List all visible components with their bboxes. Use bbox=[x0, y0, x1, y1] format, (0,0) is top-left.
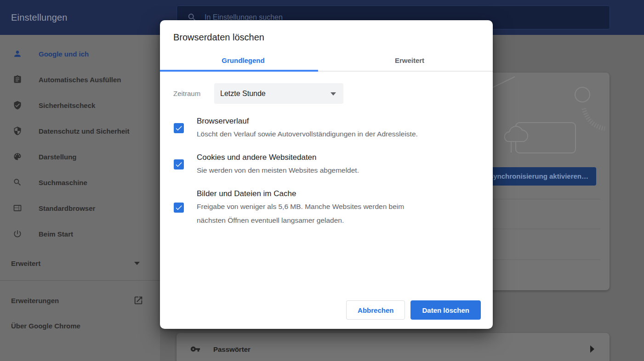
sidebar-item-standardbrowser[interactable]: Standardbrowser bbox=[0, 195, 160, 221]
sidebar-item-beim-start[interactable]: Beim Start bbox=[0, 221, 160, 247]
time-range-value: Letzte Stunde bbox=[220, 83, 266, 104]
browser-icon bbox=[13, 203, 22, 213]
row-cache: Bilder und Dateien im Cache Freigabe von… bbox=[160, 188, 493, 227]
time-range-label: Zeitraum bbox=[173, 90, 214, 97]
sidebar-item-erweiterungen[interactable]: Erweiterungen bbox=[0, 288, 160, 313]
item-title: Bilder und Dateien im Cache bbox=[197, 188, 404, 200]
sidebar-divider bbox=[0, 280, 160, 281]
palette-icon bbox=[13, 152, 22, 161]
open-in-new-icon bbox=[133, 295, 143, 305]
sidebar-item-darstellung[interactable]: Darstellung bbox=[0, 144, 160, 169]
dialog-checkbox-list: Browserverlauf Löscht den Verlauf sowie … bbox=[160, 115, 493, 238]
dialog-actions: Abbrechen Daten löschen bbox=[346, 300, 481, 320]
power-icon bbox=[13, 229, 22, 238]
sidebar-item-label: Erweiterungen bbox=[11, 297, 59, 305]
item-title: Browserverlauf bbox=[197, 115, 418, 127]
item-description: Freigabe von weniger als 5,6 MB. Manche … bbox=[197, 200, 404, 227]
clear-data-button[interactable]: Daten löschen bbox=[410, 300, 481, 320]
sidebar-item-autofill[interactable]: Automatisches Ausfüllen bbox=[0, 67, 160, 92]
row-cookies: Cookies und andere Websitedaten Sie werd… bbox=[160, 152, 493, 177]
sidebar-item-label: Suchmaschine bbox=[39, 179, 87, 186]
passwords-row[interactable]: Passwörter bbox=[177, 333, 610, 361]
clear-browsing-data-dialog: Browserdaten löschen Grundlegend Erweite… bbox=[160, 20, 493, 329]
tab-grundlegend[interactable]: Grundlegend bbox=[160, 50, 326, 71]
person-icon bbox=[13, 49, 22, 58]
checkbox-browserverlauf[interactable] bbox=[174, 123, 184, 133]
sidebar-item-suchmaschine[interactable]: Suchmaschine bbox=[0, 169, 160, 195]
checkbox-cookies[interactable] bbox=[174, 159, 184, 169]
settings-sidebar: Google und ich Automatisches Ausfüllen S… bbox=[0, 35, 160, 361]
sidebar-item-datenschutz[interactable]: Datenschutz und Sicherheit bbox=[0, 118, 160, 144]
cancel-button[interactable]: Abbrechen bbox=[346, 300, 405, 320]
dialog-tabs: Grundlegend Erweitert bbox=[160, 50, 493, 72]
shield-check-icon bbox=[13, 101, 22, 110]
sidebar-item-label: Erweitert bbox=[11, 259, 40, 267]
sidebar-item-label: Über Google Chrome bbox=[11, 322, 80, 330]
sidebar-item-sicherheitscheck[interactable]: Sicherheitscheck bbox=[0, 92, 160, 118]
sidebar-item-google-und-ich[interactable]: Google und ich bbox=[0, 41, 160, 67]
security-shield-icon bbox=[13, 126, 22, 135]
passwords-label: Passwörter bbox=[213, 345, 251, 353]
sidebar-item-label: Google und ich bbox=[39, 50, 89, 58]
sidebar-item-ueber-google-chrome[interactable]: Über Google Chrome bbox=[0, 313, 160, 338]
autofill-card: Passwörter bbox=[177, 333, 610, 361]
sidebar-item-erweitert[interactable]: Erweitert bbox=[0, 250, 160, 276]
time-range-select[interactable]: Letzte Stunde bbox=[214, 83, 343, 104]
checkbox-cache[interactable] bbox=[174, 203, 184, 213]
chevron-down-icon bbox=[134, 262, 140, 265]
sidebar-item-label: Standardbrowser bbox=[39, 204, 95, 212]
enable-sync-button[interactable]: Synchronisierung aktivieren… bbox=[481, 167, 596, 186]
autofill-icon bbox=[13, 75, 22, 84]
sidebar-item-label: Beim Start bbox=[39, 230, 73, 238]
tab-erweitert[interactable]: Erweitert bbox=[326, 50, 493, 71]
sidebar-item-label: Automatisches Ausfüllen bbox=[39, 76, 121, 84]
row-browserverlauf: Browserverlauf Löscht den Verlauf sowie … bbox=[160, 115, 493, 141]
sidebar-item-label: Sicherheitscheck bbox=[39, 102, 95, 109]
chevron-down-icon bbox=[331, 92, 336, 96]
chevron-right-icon bbox=[590, 345, 594, 353]
search-icon bbox=[13, 178, 22, 187]
time-range-row: Zeitraum Letzte Stunde bbox=[173, 83, 343, 104]
item-title: Cookies und andere Websitedaten bbox=[197, 152, 359, 164]
item-description: Sie werden von den meisten Websites abge… bbox=[197, 164, 359, 177]
page-title: Einstellungen bbox=[11, 0, 68, 35]
sidebar-item-label: Datenschutz und Sicherheit bbox=[39, 127, 130, 135]
key-icon bbox=[190, 344, 200, 354]
item-description: Löscht den Verlauf sowie Autovervollstän… bbox=[197, 127, 418, 141]
dialog-title: Browserdaten löschen bbox=[173, 32, 264, 43]
sidebar-item-label: Darstellung bbox=[39, 153, 77, 161]
